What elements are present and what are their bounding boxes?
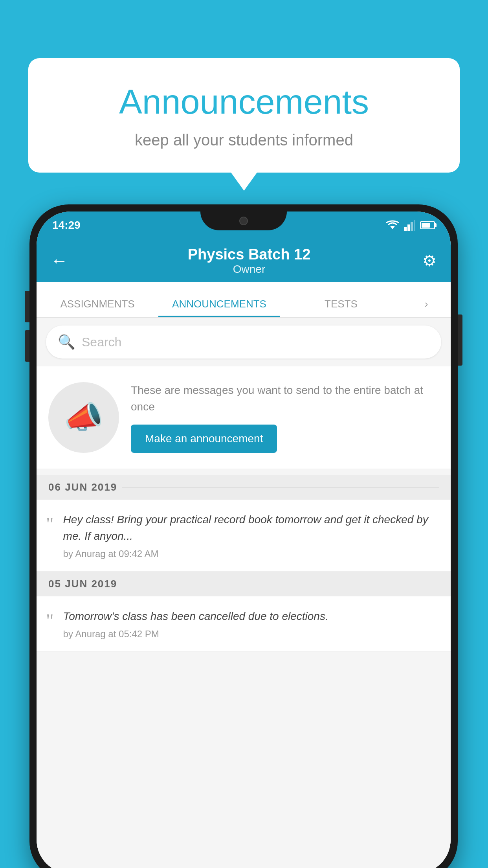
phone-notch [200,211,287,230]
svg-rect-2 [407,224,410,231]
promo-content: These are messages you want to send to t… [131,382,439,453]
date-label-2: 05 JUN 2019 [48,578,117,590]
bubble-subtitle: keep all your students informed [60,131,428,149]
power-button [458,314,462,366]
announcement-text-1: Hey class! Bring your practical record b… [63,511,439,544]
front-camera [239,217,248,225]
app-bar-title-group: Physics Batch 12 Owner [76,246,422,276]
tabs-bar: ASSIGNMENTS ANNOUNCEMENTS TESTS › [37,282,451,318]
promo-icon-circle: 📣 [48,382,119,453]
separator-line-2 [122,584,439,584]
bubble-title: Announcements [60,82,428,122]
wifi-icon [385,220,400,231]
volume-button-up [25,291,29,322]
tab-assignments[interactable]: ASSIGNMENTS [37,298,158,317]
megaphone-icon: 📣 [64,399,103,436]
announcement-body-1: Hey class! Bring your practical record b… [63,511,439,559]
phone-screen: 14:29 [37,211,451,868]
status-time: 14:29 [52,219,81,232]
search-icon: 🔍 [58,334,75,350]
volume-button-down [25,330,29,362]
quote-icon-1: " [46,515,54,533]
speech-bubble: Announcements keep all your students inf… [28,58,460,173]
back-button[interactable]: ← [51,251,68,270]
svg-rect-3 [411,222,413,231]
app-bar: ← Physics Batch 12 Owner ⚙ [37,239,451,282]
phone-frame: 14:29 [29,204,458,868]
date-label-1: 06 JUN 2019 [48,481,117,493]
tab-tests[interactable]: TESTS [280,298,402,317]
announcement-item-2[interactable]: " Tomorrow's class has been cancelled du… [37,596,451,652]
date-separator-2: 05 JUN 2019 [37,572,451,596]
speech-bubble-container: Announcements keep all your students inf… [28,58,460,173]
battery-fill [422,223,430,228]
app-bar-subtitle: Owner [76,263,422,276]
signal-icon [404,220,415,231]
announcement-item-1[interactable]: " Hey class! Bring your practical record… [37,500,451,572]
search-placeholder: Search [82,335,121,349]
announcement-meta-1: by Anurag at 09:42 AM [63,548,159,559]
announcement-body-2: Tomorrow's class has been cancelled due … [63,608,439,640]
announcement-text-2: Tomorrow's class has been cancelled due … [63,608,439,625]
announcement-meta-2: by Anurag at 05:42 PM [63,629,159,639]
quote-icon-2: " [46,611,54,630]
status-icons [385,220,435,231]
promo-card: 📣 These are messages you want to send to… [37,366,451,469]
battery-icon [420,221,435,229]
tab-announcements[interactable]: ANNOUNCEMENTS [158,298,280,317]
svg-rect-4 [414,220,415,231]
battery-tip [435,223,437,227]
make-announcement-button[interactable]: Make an announcement [131,425,277,453]
search-bar[interactable]: 🔍 Search [46,326,441,359]
svg-rect-1 [404,227,407,231]
promo-description: These are messages you want to send to t… [131,382,439,415]
app-bar-title: Physics Batch 12 [76,246,422,263]
settings-icon[interactable]: ⚙ [422,252,437,270]
tab-more[interactable]: › [402,298,451,317]
svg-marker-0 [390,226,395,229]
date-separator-1: 06 JUN 2019 [37,475,451,500]
content-area: 🔍 Search 📣 These are messages you want t… [37,318,451,868]
separator-line-1 [122,487,439,487]
